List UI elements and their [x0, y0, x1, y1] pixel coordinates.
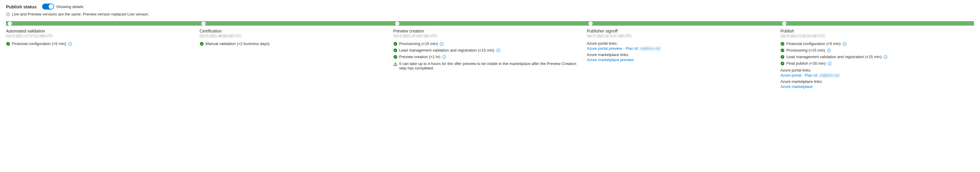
stage-date: Oct 5 2021 46:00 AM UTC: [200, 34, 386, 38]
check-circle-icon: [393, 42, 398, 46]
plan-id-redacted: realtime-std: [640, 46, 660, 50]
check-circle-icon: [201, 22, 205, 26]
marketplace-link-row: Azure marketplace: [780, 84, 967, 89]
substep-provisioning: Provisioning (<15 min) i: [393, 41, 580, 46]
progress-seg-automated-validation: [6, 21, 200, 26]
stage-title: Publisher signoff: [587, 28, 773, 33]
progress-seg-certification: [200, 21, 393, 26]
info-icon[interactable]: i: [883, 55, 888, 59]
portal-link-row: Azure portal - Plan Id: realtime-std: [780, 73, 967, 77]
svg-point-2: [8, 13, 8, 14]
check-circle-icon: [589, 22, 593, 26]
check-circle-icon: [780, 62, 784, 66]
stage-title: Certification: [200, 28, 386, 33]
svg-text:i: i: [829, 49, 829, 52]
svg-text:i: i: [498, 49, 499, 52]
stage-certification: Certification Oct 5 2021 46:00 AM UTC Ma…: [200, 28, 393, 90]
marketplace-preview-link-row: Azure marketplace preview: [587, 58, 773, 62]
check-circle-icon: [393, 48, 398, 52]
substep-lead-management: Lead management validation and registrat…: [393, 48, 580, 53]
details-toggle-label: Showing details: [56, 5, 84, 9]
stage-publish: Publish Oct 5 2021 4:16:20 AM UTC Financ…: [780, 28, 974, 90]
info-icon[interactable]: i: [842, 42, 846, 46]
stage-date: Oct 5 2021 4:16:20 AM UTC: [780, 34, 967, 38]
info-icon[interactable]: i: [68, 42, 72, 46]
version-note: Live and Preview versions are the same. …: [6, 12, 974, 16]
svg-text:i: i: [441, 42, 442, 45]
substep-label: Financial configuration (<5 min): [12, 41, 66, 46]
substep-label: Manual validation (<2 business days): [205, 41, 269, 46]
substep-preview-creation: Preview creation (<1 hr) i: [393, 54, 580, 60]
azure-marketplace-link[interactable]: Azure marketplace: [780, 84, 813, 89]
substep-label: Lead management validation and registrat…: [786, 54, 881, 60]
info-icon[interactable]: i: [439, 42, 444, 46]
toggle-knob: [49, 4, 53, 9]
version-note-text: Live and Preview versions are the same. …: [12, 12, 149, 16]
info-icon[interactable]: i: [442, 55, 446, 59]
stage-title: Preview creation: [393, 28, 580, 33]
check-circle-icon: [782, 22, 786, 26]
details-toggle-wrap: Showing details: [42, 3, 84, 9]
preview-warning: It can take up to 4 hours for the offer …: [393, 62, 580, 70]
stage-publisher-signoff: Publisher signoff Oct 5 2021 41:3:47 AM …: [587, 28, 780, 90]
warning-icon: [393, 62, 398, 66]
portal-preview-link-row: Azure portal preview - Plan Id: realtime…: [587, 46, 773, 50]
substep-lead-management: Lead management validation and registrat…: [780, 54, 967, 60]
substep-final-publish: Final publish (<30 min) i: [780, 61, 967, 66]
marketplace-links-label: Azure marketplace links:: [780, 79, 967, 84]
substep-label: Financial configuration (<5 min): [786, 41, 841, 46]
substep-label: Preview creation (<1 hr): [399, 54, 441, 60]
info-icon[interactable]: i: [827, 48, 831, 52]
plan-id-redacted: realtime-std: [819, 73, 840, 77]
check-circle-icon: [780, 42, 784, 46]
substep-financial-configuration: Financial configuration (<5 min) i: [780, 41, 967, 46]
progress-bar: [6, 21, 974, 26]
substep-label: Provisioning (<15 min): [399, 41, 438, 46]
azure-portal-preview-link[interactable]: Azure portal preview - Plan Id:: [587, 46, 639, 50]
substep-manual-validation: Manual validation (<2 business days): [200, 41, 386, 46]
substep-label: Provisioning (<15 min): [786, 48, 825, 53]
svg-text:i: i: [844, 42, 845, 45]
stage-automated-validation: Automated validation Oct 6 2021 17:37:22…: [6, 28, 200, 90]
page-title: Publish status: [6, 4, 37, 9]
svg-text:i: i: [885, 55, 886, 58]
progress-seg-publish: [780, 21, 974, 26]
publish-status-panel: Publish status Showing details Live and …: [0, 0, 980, 98]
check-circle-icon: [395, 22, 399, 26]
stage-date: Oct 6 2021 17:37:22 AM UTC: [6, 34, 192, 38]
portal-links-label: Azure portal links:: [587, 41, 773, 46]
info-icon: [6, 12, 10, 16]
check-circle-icon: [8, 22, 12, 26]
check-circle-icon: [780, 55, 784, 59]
svg-text:i: i: [444, 55, 445, 58]
marketplace-links-label: Azure marketplace links:: [587, 52, 773, 57]
check-circle-icon: [780, 48, 784, 52]
substep-label: Lead management validation and registrat…: [399, 48, 495, 53]
stage-title: Publish: [780, 28, 967, 33]
stage-preview-creation: Preview creation Oct 5 2021 47:54? AM UT…: [393, 28, 587, 90]
svg-rect-1: [8, 14, 8, 15]
azure-portal-link[interactable]: Azure portal - Plan Id:: [780, 73, 818, 77]
svg-text:i: i: [70, 42, 70, 45]
stage-date: Oct 5 2021 41:3:47 AM UTC: [587, 34, 773, 38]
check-circle-icon: [6, 42, 10, 46]
info-icon[interactable]: i: [827, 62, 832, 66]
substep-label: Final publish (<30 min): [786, 61, 826, 66]
azure-marketplace-preview-link[interactable]: Azure marketplace preview: [587, 58, 633, 62]
details-toggle[interactable]: [42, 3, 54, 9]
header-row: Publish status Showing details: [6, 3, 974, 9]
svg-text:i: i: [829, 62, 830, 65]
substep-financial-configuration: Financial configuration (<5 min) i: [6, 41, 192, 46]
stage-title: Automated validation: [6, 28, 192, 33]
stage-columns: Automated validation Oct 6 2021 17:37:22…: [6, 28, 974, 90]
info-icon[interactable]: i: [496, 48, 500, 52]
check-circle-icon: [393, 55, 398, 59]
stage-date: Oct 5 2021 47:54? AM UTC: [393, 34, 580, 38]
portal-links-label: Azure portal links:: [780, 68, 967, 73]
check-circle-icon: [200, 42, 204, 46]
progress-seg-preview-creation: [393, 21, 587, 26]
progress-seg-publisher-signoff: [587, 21, 780, 26]
substep-provisioning: Provisioning (<15 min) i: [780, 48, 967, 53]
preview-warning-text: It can take up to 4 hours for the offer …: [399, 62, 580, 70]
